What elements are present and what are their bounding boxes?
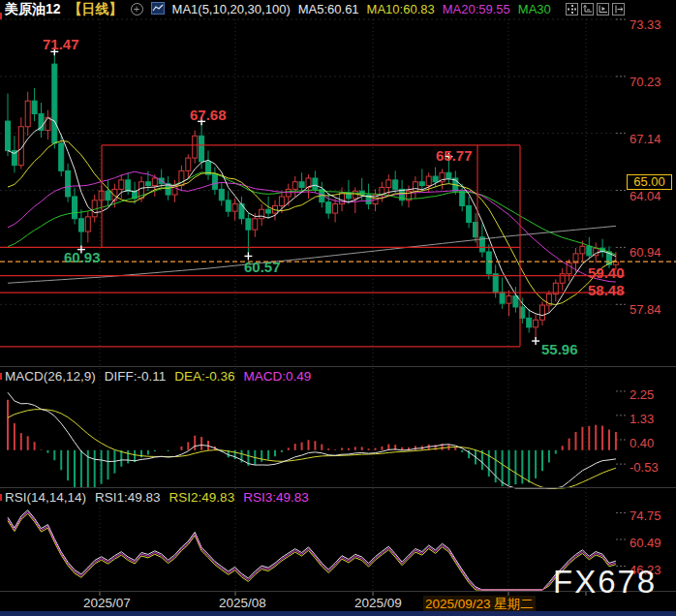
- symbol-name: 美原油12: [5, 1, 61, 18]
- fx678-watermark: FX678: [553, 564, 657, 601]
- price-annotation: 67.68: [190, 107, 227, 123]
- macd-tick-label: 1.33: [630, 412, 654, 426]
- rsi-title: RSI(14,14,14): [5, 490, 86, 505]
- rsi3-value: RSI3:49.83: [243, 490, 309, 505]
- price-tick-label: 70.23: [630, 75, 661, 89]
- macd-title: MACD(26,12,9): [5, 369, 96, 384]
- price-tick-label: 57.84: [630, 302, 661, 317]
- trading-chart-window: 美原油12 【日线】 + MA1(5,10,20,30,100) MA5:60.…: [0, 0, 676, 616]
- rsi1-value: RSI1:49.83: [95, 490, 161, 505]
- period-label[interactable]: 【日线】: [69, 1, 123, 18]
- price-annotation: 60.93: [64, 249, 101, 265]
- date-axis-label: 2025/07: [83, 596, 131, 610]
- chart-toolbar: [566, 3, 625, 15]
- chart-canvas[interactable]: [0, 0, 676, 616]
- macd-tick-label: 2.25: [630, 387, 654, 402]
- circle-plus-icon[interactable]: +: [131, 3, 143, 15]
- price-tick-label: 67.14: [630, 132, 661, 146]
- bracket-arrow-icon[interactable]: [612, 3, 625, 15]
- macd-tick-label: -0.53: [630, 460, 659, 475]
- settlement-price-label: 65.00: [627, 174, 672, 190]
- chart-header: 美原油12 【日线】 + MA1(5,10,20,30,100) MA5:60.…: [0, 0, 551, 18]
- date-axis-label: 2025/09: [354, 596, 402, 610]
- ma30-value: MA30: [518, 2, 551, 16]
- date-axis-label: 2025/08: [219, 596, 266, 610]
- price-tick-label: 64.04: [630, 189, 661, 203]
- left-edge-marker: [0, 494, 2, 501]
- ma5-value: MA5:60.61: [298, 2, 359, 16]
- price-annotation: 71.47: [43, 36, 79, 52]
- ma20-value: MA20:59.55: [443, 2, 510, 16]
- price-tick-label: 73.33: [630, 17, 661, 32]
- mini-chart-icon[interactable]: [151, 2, 165, 17]
- price-tick-label: 60.94: [630, 245, 661, 260]
- price-annotation: 65.77: [436, 147, 473, 164]
- rsi-panel-divider[interactable]: [0, 487, 676, 488]
- macd-dea-value: DEA:-0.36: [174, 369, 234, 384]
- price-annotation: 60.57: [244, 259, 281, 275]
- axis-play-icon[interactable]: [597, 3, 609, 15]
- price-annotation: 55.96: [541, 341, 578, 357]
- ma10-value: MA10:60.83: [367, 2, 435, 16]
- ma-settings-label: MA1(5,10,20,30,100): [172, 2, 291, 16]
- move-dots-icon[interactable]: [566, 3, 578, 15]
- macd-panel-divider[interactable]: [0, 366, 676, 367]
- macd-diff-value: DIFF:-0.11: [105, 369, 167, 384]
- macd-header: MACD(26,12,9) DIFF:-0.11 DEA:-0.36 MACD:…: [5, 369, 311, 384]
- axis-up-arrow-icon[interactable]: [581, 3, 594, 15]
- price-annotation: 59.40: [588, 264, 625, 281]
- rsi2-value: RSI2:49.83: [169, 490, 235, 505]
- window-bottom-bar: [0, 611, 676, 616]
- price-annotation: 58.48: [588, 282, 625, 298]
- rsi-tick-label: 74.75: [630, 508, 661, 523]
- macd-macd-value: MACD:0.49: [244, 369, 312, 384]
- rsi-header: RSI(14,14,14) RSI1:49.83 RSI2:49.83 RSI3…: [5, 490, 309, 505]
- left-edge-marker: [0, 373, 2, 380]
- macd-tick-label: 0.40: [630, 436, 654, 450]
- rsi-tick-label: 60.49: [630, 536, 661, 550]
